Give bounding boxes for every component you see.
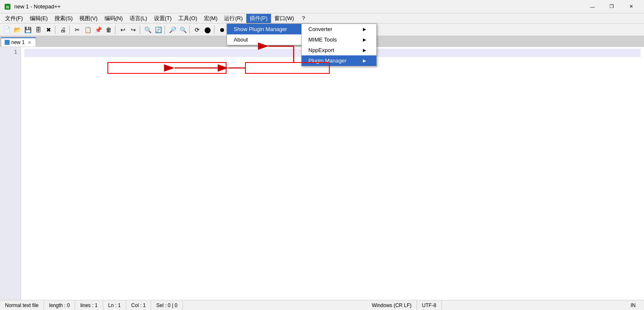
pluginmanager-arrow: ▶ [363, 58, 366, 63]
tab-label: new 1 [11, 39, 25, 45]
title-bar: N new 1 - Notepad++ — ❐ ✕ [0, 0, 644, 13]
toolbar-print-button[interactable]: 🖨 [58, 25, 68, 35]
status-col: Col : 1 [126, 300, 151, 310]
nppexport-arrow: ▶ [363, 48, 366, 52]
toolbar-zoomin-button[interactable]: 🔎 [167, 25, 177, 35]
plugins-pluginmanager-item[interactable]: Plugin Manager ▶ [302, 55, 376, 66]
menu-item-window[interactable]: 窗口(W) [271, 14, 297, 23]
toolbar-find-button[interactable]: 🔍 [143, 25, 153, 35]
tab-new1[interactable]: new 1 ✕ [1, 37, 36, 47]
menu-bar: 文件(F)编辑(E)搜索(S)视图(V)编码(N)语言(L)设置(T)工具(O)… [0, 13, 644, 23]
plugin-manager-submenu: Show Plugin Manager About [227, 23, 310, 45]
status-ln: Ln : 1 [103, 300, 126, 310]
editor-area: 1 [0, 47, 644, 300]
menu-item-file[interactable]: 文件(F) [2, 14, 26, 23]
status-sel: Sel : 0 | 0 [151, 300, 183, 310]
toolbar-replace-button[interactable]: 🔄 [153, 25, 163, 35]
app-icon: N [3, 3, 12, 11]
submenu-showpluginmanager-item[interactable]: Show Plugin Manager [227, 24, 310, 34]
minimize-button[interactable]: — [583, 0, 602, 13]
editor-content[interactable] [21, 47, 644, 300]
menu-item-settings[interactable]: 设置(T) [151, 14, 175, 23]
menu-item-tools[interactable]: 工具(O) [175, 14, 201, 23]
menu-item-run[interactable]: 运行(R) [221, 14, 246, 23]
toolbar-synch2-button[interactable]: ⬤ [203, 25, 213, 35]
menu-item-encode[interactable]: 编码(N) [101, 14, 126, 23]
toolbar-separator-1 [55, 26, 57, 34]
tab-close-button[interactable]: ✕ [26, 39, 32, 45]
toolbar-record-macro-button[interactable]: ⏺ [217, 25, 227, 35]
window-controls: — ❐ ✕ [583, 0, 641, 13]
status-insertmode: IN [626, 300, 641, 310]
line-numbers: 1 [0, 47, 21, 300]
plugins-mimetools-item[interactable]: MIME Tools ▶ [302, 34, 376, 45]
menu-item-search[interactable]: 搜索(S) [51, 14, 76, 23]
submenu-about-item[interactable]: About [227, 34, 310, 45]
menu-item-edit[interactable]: 编辑(E) [26, 14, 51, 23]
toolbar-separator-4 [140, 26, 141, 34]
status-length: length : 0 [44, 300, 75, 310]
restore-button[interactable]: ❐ [602, 0, 621, 13]
toolbar-open-button[interactable]: 📂 [12, 25, 22, 35]
toolbar-redo-button[interactable]: ↪ [128, 25, 138, 35]
toolbar-new-button[interactable]: 📄 [2, 25, 12, 35]
toolbar-save-button[interactable]: 💾 [23, 25, 33, 35]
toolbar-zoomout-button[interactable]: 🔍 [178, 25, 188, 35]
menu-item-view[interactable]: 视图(V) [76, 14, 101, 23]
status-lineending: Windows (CR LF) [367, 300, 417, 310]
toolbar-saveall-button[interactable]: 🗄 [33, 25, 43, 35]
svg-text:N: N [6, 5, 9, 9]
toolbar-copy-button[interactable]: 📋 [83, 25, 93, 35]
line-number-1: 1 [3, 49, 17, 55]
toolbar-cut-button[interactable]: ✂ [72, 25, 82, 35]
title-text: new 1 - Notepad++ [14, 3, 583, 10]
status-bar: Normal text file length : 0 lines : 1 Ln… [0, 300, 644, 310]
toolbar-paste-button[interactable]: 📌 [93, 25, 103, 35]
toolbar-deleteall-button[interactable]: 🗑 [104, 25, 114, 35]
tab-icon [5, 40, 10, 45]
toolbar-synch1-button[interactable]: ⟳ [192, 25, 202, 35]
status-encoding: UTF-8 [417, 300, 442, 310]
toolbar-separator-3 [115, 26, 117, 34]
plugins-nppexport-item[interactable]: NppExport ▶ [302, 45, 376, 55]
plugins-converter-item[interactable]: Converter ▶ [302, 24, 376, 34]
menu-item-help[interactable]: ？ [297, 14, 310, 23]
toolbar-close-button[interactable]: ✖ [44, 25, 54, 35]
toolbar-separator-2 [69, 26, 71, 34]
plugins-dropdown: Converter ▶ MIME Tools ▶ NppExport ▶ Plu… [301, 23, 377, 66]
status-filetype: Normal text file [3, 300, 44, 310]
converter-arrow: ▶ [363, 27, 366, 31]
close-button[interactable]: ✕ [621, 0, 641, 13]
toolbar-separator-5 [164, 26, 166, 34]
menu-item-language[interactable]: 语言(L) [126, 14, 151, 23]
toolbar-separator-6 [189, 26, 191, 34]
toolbar-separator-7 [214, 26, 216, 34]
menu-item-plugins[interactable]: 插件(P) [246, 14, 271, 23]
status-lines: lines : 1 [75, 300, 103, 310]
toolbar-undo-button[interactable]: ↩ [118, 25, 128, 35]
menu-item-macro[interactable]: 宏(M) [201, 14, 221, 23]
mimetools-arrow: ▶ [363, 37, 366, 42]
